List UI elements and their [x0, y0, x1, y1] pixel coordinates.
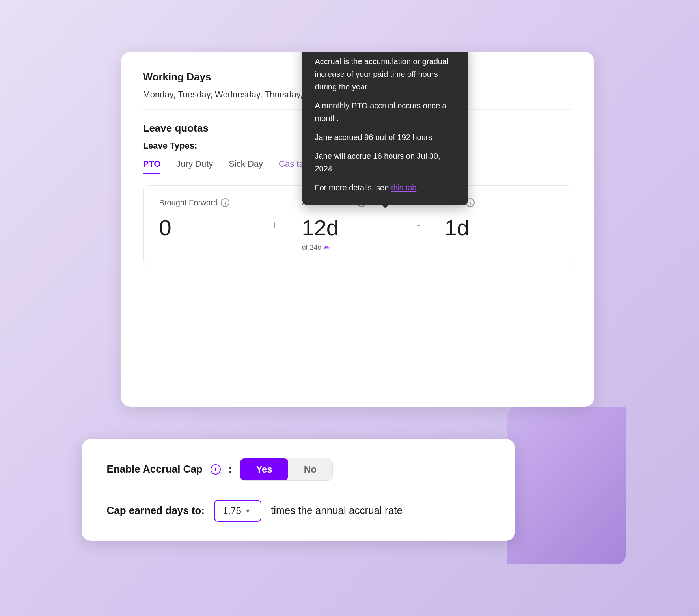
tooltip-line-1: Accrual is the accumulation or gradual i…: [315, 55, 455, 93]
accrual-cap-toggle[interactable]: Yes No: [240, 458, 332, 481]
purple-decoration: [507, 407, 626, 564]
toggle-yes-button[interactable]: Yes: [240, 458, 288, 480]
tooltip-line-4: Jane will accrue 16 hours on Jul 30, 202…: [315, 150, 455, 175]
chevron-down-icon: ▾: [246, 506, 250, 515]
brought-forward-value: 0: [159, 217, 270, 239]
accrued-hours-sub: of 24d: [302, 244, 322, 252]
main-card: Accrual is the accumulation or gradual i…: [121, 52, 594, 407]
quota-cell-brought-forward: Brought Forward i 0 +: [144, 186, 286, 265]
cap-earned-row: Cap earned days to: 1.75 ▾ times the ann…: [107, 500, 490, 522]
accrued-hours-value: 12d: [302, 217, 413, 239]
tab-pto[interactable]: PTO: [143, 159, 161, 174]
tab-jury-duty[interactable]: Jury Duty: [176, 159, 213, 174]
used-value: 1d: [445, 217, 556, 239]
toggle-no-button[interactable]: No: [288, 458, 332, 480]
tooltip-link[interactable]: this tab: [391, 183, 416, 192]
cap-earned-suffix: times the annual accrual rate: [271, 504, 403, 517]
accrual-cap-info-icon[interactable]: i: [211, 464, 221, 475]
accrual-tooltip: Accrual is the accumulation or gradual i…: [302, 52, 468, 205]
bottom-card: Enable Accrual Cap i : Yes No Cap earned…: [82, 439, 515, 541]
tab-sick-day[interactable]: Sick Day: [229, 159, 263, 174]
brought-forward-label: Brought Forward: [159, 198, 218, 207]
cap-dropdown[interactable]: 1.75 ▾: [214, 500, 261, 522]
tooltip-line-2: A monthly PTO accrual occurs once a mont…: [315, 99, 455, 125]
brought-forward-operator[interactable]: +: [271, 219, 278, 231]
cap-earned-label: Cap earned days to:: [107, 504, 205, 517]
tooltip-line-5: For more details, see this tab: [315, 181, 455, 194]
accrued-hours-operator[interactable]: -: [417, 219, 420, 231]
brought-forward-info-icon[interactable]: i: [221, 198, 229, 207]
accrual-cap-row: Enable Accrual Cap i : Yes No: [107, 458, 490, 481]
accrued-hours-edit-icon[interactable]: ✏: [324, 244, 330, 252]
cap-dropdown-value: 1.75: [223, 505, 241, 516]
tooltip-line-3: Jane accrued 96 out of 192 hours: [315, 131, 455, 143]
accrual-cap-colon: :: [229, 463, 232, 475]
accrual-cap-label: Enable Accrual Cap: [107, 463, 203, 475]
